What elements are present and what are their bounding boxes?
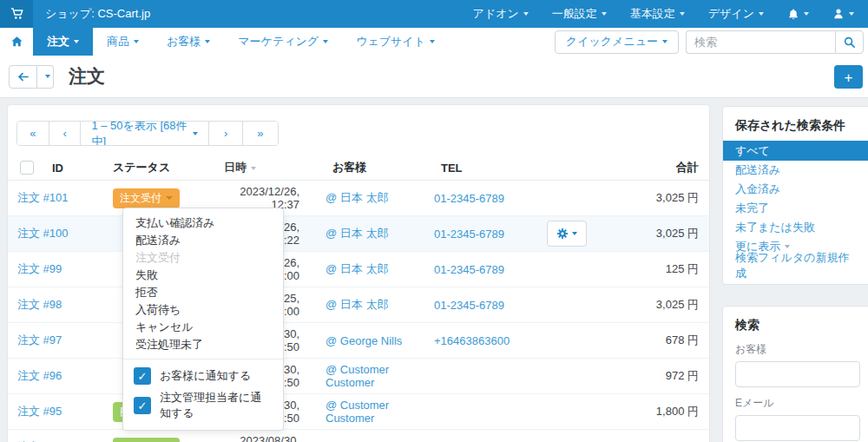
pagination-prev-button[interactable]: ‹ — [49, 122, 82, 145]
shop-label: ショップ: CS-Cart.jp — [45, 6, 150, 22]
checkbox-checked-icon[interactable]: ✓ — [134, 367, 151, 385]
order-total: 3,025 円 — [587, 190, 709, 206]
status-option[interactable]: キャンセル — [123, 319, 283, 336]
user-account-icon[interactable] — [832, 8, 854, 20]
saved-searches-card: 保存された検索条件 すべて 配送済み 入金済み 未完了 未了または失敗 更に表示… — [722, 106, 868, 285]
order-id-link[interactable]: 注文 #98 — [8, 297, 113, 313]
back-button[interactable] — [9, 65, 37, 89]
table-row: 注文 #99 2023/12/26, 12:00 @ 日本 太郎 01-2345… — [8, 252, 709, 287]
search-form-card: 検索 お客様 Eメール — [722, 306, 868, 442]
topmenu-general-settings[interactable]: 一般設定 — [552, 6, 607, 22]
select-all-checkbox[interactable] — [20, 161, 34, 175]
status-option[interactable]: 支払い確認済み — [123, 214, 283, 232]
saved-search-paid[interactable]: 入金済み — [723, 180, 868, 199]
order-id-link[interactable]: 注文 #99 — [8, 261, 113, 277]
customer-link[interactable]: @ Customer Customer — [326, 363, 434, 389]
saved-search-incomplete[interactable]: 未完了 — [723, 199, 868, 218]
status-option[interactable]: 失敗 — [123, 267, 283, 284]
table-row: 注文 #101 注文受付 2023/12/26, 12:37 @ 日本 太郎 0… — [8, 181, 709, 216]
pagination-last-button[interactable]: » — [243, 122, 278, 145]
order-id-link[interactable]: 注文 #100 — [8, 226, 113, 241]
back-dropdown-button[interactable] — [37, 65, 54, 89]
order-id-link[interactable]: 注文 #95 — [8, 404, 113, 419]
phone-link[interactable]: 01-2345-6789 — [434, 192, 547, 205]
sort-desc-icon — [251, 167, 256, 170]
order-id-link[interactable]: 注文 #96 — [8, 368, 113, 384]
saved-searches-title: 保存された検索条件 — [723, 107, 868, 141]
add-order-button[interactable]: + — [834, 65, 863, 89]
customer-link[interactable]: @ 日本 太郎 — [326, 261, 434, 277]
saved-search-shipped[interactable]: 配送済み — [723, 161, 868, 180]
phone-link[interactable]: 01-2345-6789 — [434, 228, 547, 241]
status-option-current: 注文受付 — [123, 249, 283, 267]
table-row: 注文 #100 2023/12/26, 12:22 @ 日本 太郎 01-234… — [8, 216, 709, 252]
top-bar: ショップ: CS-Cart.jp アドオン 一般設定 基本設定 デザイン — [0, 0, 868, 28]
nav-tab-marketing[interactable]: マーケティング — [224, 28, 342, 56]
order-id-link[interactable]: 注文 #101 — [8, 190, 113, 206]
topmenu-basic-settings[interactable]: 基本設定 — [630, 6, 685, 22]
pagination-range-dropdown[interactable]: 1 – 50を表示 [68件中] — [81, 122, 209, 145]
customer-link[interactable]: @ 日本 太郎 — [326, 190, 434, 206]
order-total: 972 円 — [587, 368, 709, 384]
customer-link[interactable]: @ Customer Customer — [326, 399, 434, 425]
topmenu-design[interactable]: デザイン — [708, 6, 764, 22]
phone-link[interactable]: 01-2345-6789 — [434, 299, 547, 312]
customer-link[interactable]: @ 日本 太郎 — [326, 297, 434, 313]
customer-link[interactable]: @ George Nills — [326, 334, 434, 347]
header-tel: TEL — [441, 162, 554, 175]
table-header: ID ステータス 日時 お客様 TEL 合計 — [8, 155, 709, 181]
page-header: 注文 + — [0, 56, 868, 98]
status-badge[interactable]: 注文受付 — [113, 188, 180, 208]
phone-link[interactable]: 01-2345-6789 — [434, 263, 547, 276]
pagination: « ‹ 1 – 50を表示 [68件中] › » — [16, 121, 279, 146]
home-icon[interactable] — [0, 28, 33, 56]
checkbox-checked-icon[interactable]: ✓ — [134, 397, 151, 414]
customer-link[interactable]: @ 日本 太郎 — [326, 226, 434, 241]
customer-field[interactable] — [735, 361, 860, 387]
cart-icon[interactable] — [0, 0, 33, 28]
order-date: 2023/08/30, 22:14 — [217, 434, 299, 442]
notify-customer-option[interactable]: ✓ お客様に通知する — [123, 365, 283, 387]
cs-cart-admin-screen: ショップ: CS-Cart.jp アドオン 一般設定 基本設定 デザイン 注文 … — [0, 0, 868, 442]
topmenu-addons[interactable]: アドオン — [473, 6, 529, 22]
search-input[interactable] — [686, 30, 835, 54]
status-option[interactable]: 入荷待ち — [123, 301, 283, 319]
status-option[interactable]: 拒否 — [123, 284, 283, 301]
search-icon[interactable] — [835, 30, 864, 54]
table-row: 注文 #98 2023/12/25, 17:00 @ 日本 太郎 01-2345… — [8, 287, 709, 323]
header-total: 合計 — [594, 160, 709, 175]
search-form-title: 検索 — [723, 307, 868, 340]
header-id: ID — [52, 162, 63, 175]
order-total: 3,025 円 — [587, 297, 709, 313]
pagination-next-button[interactable]: › — [209, 122, 242, 145]
nav-tab-website[interactable]: ウェブサイト — [342, 28, 449, 56]
table-row: 注文 #96 2023/08/30, 21:50 @ Customer Cust… — [8, 359, 709, 394]
quick-menu-button[interactable]: クイックメニュー — [555, 30, 679, 54]
order-total: 678 円 — [587, 333, 709, 348]
notifications-bell-icon[interactable] — [787, 8, 809, 21]
table-row: 注文 #97 2023/08/30, 21:50 @ George Nills … — [8, 323, 709, 359]
header-status: ステータス — [113, 160, 217, 175]
order-id-link[interactable]: 注文 #97 — [8, 333, 113, 348]
create-search-filter-link[interactable]: 検索フィルタの新規作成 — [723, 256, 868, 275]
status-dropdown-menu: 支払い確認済み 配送済み 注文受付 失敗 拒否 入荷待ち キャンセル 受注処理未… — [122, 208, 284, 431]
page-title: 注文 — [69, 64, 105, 89]
nav-tab-products[interactable]: 商品 — [93, 28, 153, 56]
status-badge[interactable]: 配送済み — [113, 438, 180, 442]
phone-link[interactable]: +16463863600 — [434, 334, 547, 347]
status-option[interactable]: 受注処理未了 — [123, 336, 283, 353]
notify-manager-option[interactable]: ✓ 注文管理担当者に通知する — [123, 387, 283, 424]
header-customer: お客様 — [332, 160, 441, 175]
status-option[interactable]: 配送済み — [123, 232, 283, 249]
email-field-label: Eメール — [723, 396, 868, 411]
pagination-first-button[interactable]: « — [17, 122, 49, 145]
main-nav-bar: 注文 商品 お客様 マーケティング ウェブサイト クイックメニュー — [0, 28, 868, 56]
nav-tab-customers[interactable]: お客様 — [153, 28, 224, 56]
row-actions-gear-button[interactable] — [547, 221, 587, 247]
nav-tab-orders[interactable]: 注文 — [33, 28, 93, 56]
header-date[interactable]: 日時 — [217, 160, 306, 175]
email-field[interactable] — [735, 415, 860, 441]
dropdown-divider — [123, 359, 283, 360]
saved-search-all-selected[interactable]: すべて — [723, 141, 868, 161]
saved-search-incomplete-or-failed[interactable]: 未了または失敗 — [723, 218, 868, 237]
